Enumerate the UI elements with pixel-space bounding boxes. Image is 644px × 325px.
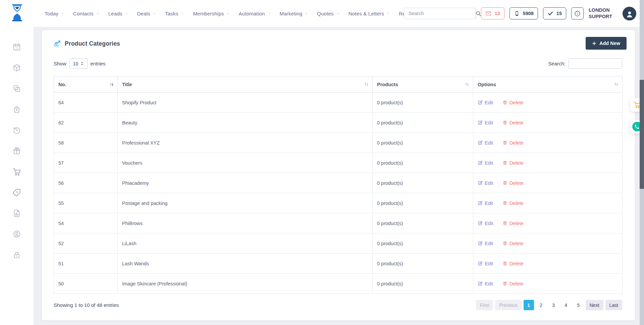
user-name: LONDON SUPPORT	[589, 7, 618, 20]
edit-button[interactable]: Edit	[478, 100, 493, 105]
sidebar-item-security[interactable]	[0, 245, 34, 265]
price-tag-icon: $	[12, 188, 21, 197]
page-length-select[interactable]: 10	[69, 58, 88, 69]
nav-item-label: Marketing	[280, 11, 303, 16]
row-actions: EditDelete	[478, 241, 618, 246]
pagination-page-1[interactable]: 1	[524, 300, 534, 310]
search-button[interactable]	[475, 8, 481, 19]
delete-button[interactable]: Delete	[502, 140, 524, 146]
nav-item-marketing[interactable]: Marketing	[280, 11, 308, 16]
nav-item-quotes[interactable]: Quotes	[317, 11, 339, 16]
delete-button[interactable]: Delete	[502, 180, 524, 186]
sidebar-item-cart[interactable]	[0, 161, 34, 182]
sidebar-item-products[interactable]	[0, 57, 34, 78]
messages-badge[interactable]: 13	[481, 7, 504, 19]
svg-text:12: 12	[15, 47, 18, 50]
delete-button[interactable]: Delete	[502, 221, 524, 226]
cell-no: 56	[54, 173, 118, 193]
column-header-title[interactable]: Title	[118, 76, 373, 93]
row-actions: EditDelete	[478, 281, 618, 286]
column-header-options[interactable]: Options	[473, 76, 623, 93]
top-navbar: TodayContactsLeadsDealsTasksMembershipsA…	[0, 0, 644, 27]
delete-button[interactable]: Delete	[502, 100, 524, 105]
nav-item-memberships[interactable]: Memberships	[193, 11, 229, 16]
cell-options: EditDelete	[473, 274, 623, 294]
entries-label: entries	[91, 61, 106, 66]
sidebar-item-history[interactable]	[0, 120, 34, 141]
edit-button[interactable]: Edit	[478, 160, 493, 166]
nav-item-deals[interactable]: Deals	[137, 11, 156, 16]
avatar[interactable]	[623, 7, 636, 20]
cell-options: EditDelete	[473, 254, 623, 274]
main-nav: TodayContactsLeadsDealsTasksMembershipsA…	[45, 0, 443, 27]
calls-badge[interactable]: 5908	[509, 7, 538, 19]
edit-icon	[478, 140, 483, 145]
edit-button[interactable]: Edit	[478, 120, 493, 125]
copy-icon	[12, 84, 21, 93]
sidebar-item-reports[interactable]	[0, 203, 34, 224]
help-button[interactable]: ?	[571, 7, 584, 19]
trash-icon	[502, 180, 507, 185]
nav-item-today[interactable]: Today	[45, 11, 64, 16]
trash-icon	[502, 201, 507, 206]
edit-button[interactable]: Edit	[478, 261, 493, 266]
delete-button[interactable]: Delete	[502, 120, 524, 125]
global-search-input[interactable]	[404, 8, 475, 19]
chevron-down-icon	[387, 12, 390, 15]
row-actions: EditDelete	[478, 201, 618, 206]
cell-options: EditDelete	[473, 113, 623, 133]
left-sidebar: 12$	[0, 27, 34, 325]
pagination-page-2[interactable]: 2	[536, 300, 546, 310]
edit-button[interactable]: Edit	[478, 201, 493, 206]
trash-icon	[502, 100, 507, 105]
sidebar-item-calendar[interactable]: 12	[0, 37, 34, 57]
nav-item-contacts[interactable]: Contacts	[73, 11, 99, 16]
delete-button[interactable]: Delete	[502, 261, 524, 266]
gift-icon	[12, 147, 21, 155]
sidebar-item-orders[interactable]	[0, 99, 34, 120]
nav-item-tasks[interactable]: Tasks	[165, 11, 184, 16]
edit-icon	[478, 100, 483, 105]
delete-button[interactable]: Delete	[502, 160, 524, 166]
table-row: 64Shopify Product0 product(s)EditDelete	[54, 93, 623, 113]
cell-options: EditDelete	[473, 93, 623, 113]
nav-item-leads[interactable]: Leads	[108, 11, 128, 16]
nav-item-notes-letters[interactable]: Notes & Letters	[348, 11, 390, 16]
nav-item-automation[interactable]: Automation	[239, 11, 271, 16]
edit-label: Edit	[485, 100, 493, 105]
tasks-badge[interactable]: 15	[543, 7, 566, 19]
pagination-first[interactable]: First	[476, 300, 493, 310]
sidebar-item-pricing[interactable]: $	[0, 182, 34, 203]
column-header-products[interactable]: Products	[373, 76, 473, 93]
add-new-button[interactable]: Add New	[586, 37, 627, 50]
pagination-page-3[interactable]: 3	[548, 300, 559, 310]
edit-button[interactable]: Edit	[478, 180, 493, 186]
user-circle-icon	[12, 230, 21, 238]
pagination-last[interactable]: Last	[605, 300, 622, 310]
delete-button[interactable]: Delete	[502, 241, 524, 246]
pagination-previous[interactable]: Previous	[495, 300, 521, 310]
app-logo-hourglass-icon[interactable]	[10, 4, 24, 22]
sort-icon	[109, 82, 114, 87]
edit-button[interactable]: Edit	[478, 140, 493, 146]
delete-button[interactable]: Delete	[502, 201, 524, 206]
sidebar-item-gifts[interactable]	[0, 141, 34, 161]
cell-options: EditDelete	[473, 193, 623, 213]
categories-table: No. Title Products Options 64Shopify Pro…	[54, 76, 623, 294]
pagination-next[interactable]: Next	[586, 300, 603, 310]
sidebar-item-copy[interactable]	[0, 78, 34, 99]
edit-button[interactable]: Edit	[478, 241, 493, 246]
scrollbar-thumb[interactable]	[640, 80, 644, 189]
plus-icon	[592, 41, 596, 46]
sidebar-item-account[interactable]	[0, 224, 34, 245]
pagination-page-5[interactable]: 5	[573, 300, 584, 310]
edit-button[interactable]: Edit	[478, 281, 493, 286]
edit-icon	[478, 241, 483, 246]
edit-button[interactable]: Edit	[478, 221, 493, 226]
pagination-page-4[interactable]: 4	[561, 300, 571, 310]
delete-button[interactable]: Delete	[502, 281, 524, 286]
page-scrollbar[interactable]	[640, 0, 644, 325]
table-search-input[interactable]	[569, 58, 622, 69]
chevron-down-icon	[336, 12, 339, 15]
column-header-no[interactable]: No.	[54, 76, 118, 93]
